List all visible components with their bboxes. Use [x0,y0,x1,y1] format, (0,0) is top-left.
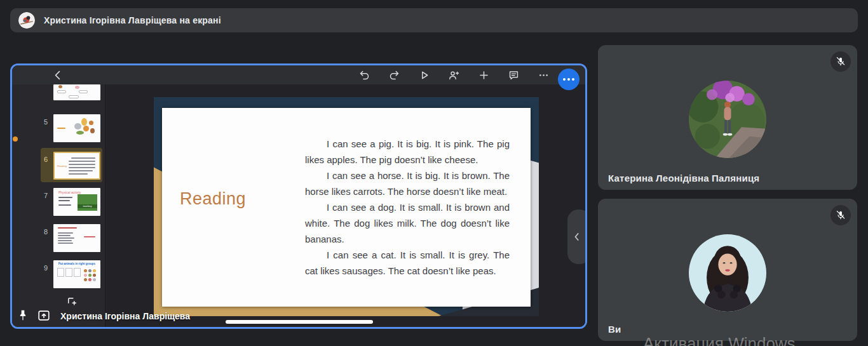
animal-art [81,118,87,126]
mini-slide-title: Reading [57,164,67,168]
current-slide[interactable]: Reading I can see a pig. It is big. It i… [154,97,539,316]
slide-thumbnail-row[interactable]: 9 Put animals in right groups [12,260,105,288]
slide-number: 6 [31,156,48,163]
slide-thumbnail-row-selected[interactable]: 6 Reading [12,152,105,180]
thumbnail-text-line [69,170,93,171]
slide-thumbnail: Put animals in right groups [53,260,100,288]
add-tile-button[interactable] [66,296,78,307]
animal-art [58,85,62,88]
video-thumbnail: monkey [78,194,97,211]
self-avatar [689,234,766,312]
table-art [57,268,64,277]
thumbnail-text-line [58,243,73,244]
shared-screen-tile[interactable]: 5 6 Reading [10,63,587,329]
slide-thumbnail-row[interactable]: 8 [12,224,105,252]
table-art [74,268,81,277]
present-button[interactable] [415,66,433,84]
label-box [57,90,66,93]
slide-title: Reading [180,189,246,209]
back-button[interactable] [49,66,67,84]
mic-muted-badge [831,205,851,225]
slides-toolbar [12,65,585,84]
thumbnail-text-line [57,128,65,129]
more-options-button[interactable] [534,66,552,84]
slide-number: 7 [31,192,48,199]
animal-art [84,269,87,272]
undo-button[interactable] [355,66,373,84]
back-chevron-icon [52,69,64,81]
thumbnail-text-line [58,232,73,234]
thumbnail-text-line [58,204,71,206]
horizontal-scrollbar[interactable] [226,320,373,324]
mic-muted-badge [831,51,851,72]
thumbnail-text-line [84,236,95,237]
dot-icon [567,78,570,81]
table-art [65,268,72,277]
animal-art [75,86,79,89]
slide-paragraph: I can see a horse. It is big. It is brow… [305,168,510,199]
pin-button[interactable] [16,309,30,323]
pin-icon [16,309,30,323]
present-to-screen-button[interactable] [37,309,51,323]
slide-thumbnail [53,84,100,100]
play-icon [418,69,430,81]
presenting-banner: Христина Ігорівна Лавріщева на екрані [10,8,858,32]
pointer-dot [13,136,18,142]
thumbnail-text-line [71,157,95,159]
thumbnail-text-line [58,237,74,239]
animal-art [74,123,81,130]
label-box [69,95,79,98]
comment-icon [508,69,520,81]
dot-icon [572,78,574,81]
thumbnail-text-line [69,161,95,162]
person-add-icon [448,69,460,81]
slide-body-text: I can see a pig. It is big. It is pink. … [305,136,510,279]
chevron-left-icon [571,230,583,243]
redo-button[interactable] [385,66,403,84]
meet-window: Христина Ігорівна Лавріщева на екрані [0,0,868,346]
avatar-photo [689,81,766,158]
label-box [79,90,88,93]
insert-button[interactable] [475,66,492,84]
present-box-icon [37,309,51,323]
slide-paragraph: I can see a cat. It is small. It is grey… [305,247,510,279]
presenter-avatar [18,12,35,29]
plus-icon [478,69,490,81]
thumbnail-title-line [58,227,77,229]
participant-tile[interactable]: Катерина Леонідівна Паляниця [598,45,857,190]
slide-thumbnail-row[interactable] [12,84,105,100]
self-tile[interactable]: Ви [598,199,857,341]
animal-art [84,274,87,277]
presenting-banner-text: Христина Ігорівна Лавріщева на екрані [44,15,221,25]
thumbnail-text-line [58,197,72,198]
slide-number: 5 [31,118,48,126]
participant-avatar [689,81,766,158]
presenter-name-label: Христина Ігорівна Лавріщева [60,311,190,321]
slide-thumbnail-row[interactable]: 7 Physical activity monkey [12,188,105,216]
thumbnail-text-line [69,164,95,165]
more-actions-fab[interactable] [558,69,580,90]
animal-art [88,269,92,272]
bird-avatar-image [18,12,35,29]
mic-off-icon [835,56,846,67]
avatar-photo [689,234,766,312]
slide-number: 9 [31,264,48,272]
animal-art [83,126,89,131]
participant-name: Катерина Леонідівна Паляниця [608,173,759,183]
animal-art [84,278,87,281]
toolbar-actions [355,66,552,84]
add-person-button[interactable] [445,66,463,84]
animal-art [93,269,96,272]
animal-art [88,274,92,277]
thumbnail-text-line [69,167,95,168]
undo-icon [358,69,370,81]
slide-thumbnail: Physical activity monkey [53,188,100,216]
animal-art [90,128,95,133]
slide-thumbnail-row[interactable]: 5 [12,114,105,142]
slide-page: Reading I can see a pig. It is big. It i… [162,108,531,307]
mini-slide-title: Put animals in right groups [53,262,100,265]
self-name: Ви [608,324,621,335]
comment-button[interactable] [505,66,522,84]
collapse-panel-handle[interactable] [567,210,587,264]
three-dots-icon [538,69,550,81]
